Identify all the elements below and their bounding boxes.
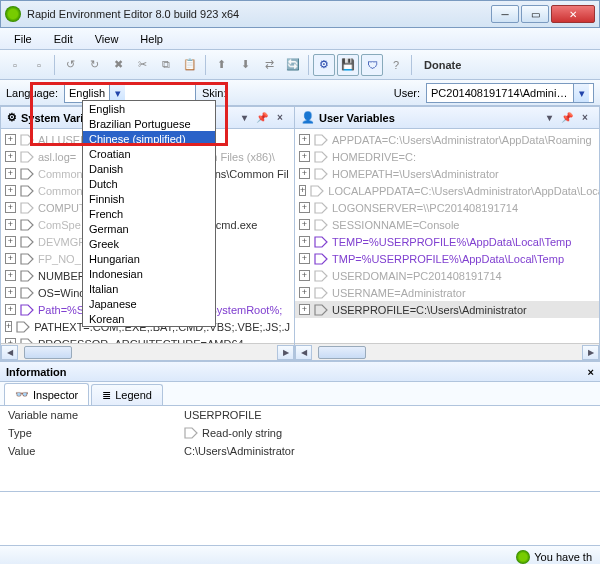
expand-icon[interactable]: + <box>299 168 310 179</box>
user-combo[interactable]: PC201408191714\Administrator ▾ <box>426 83 594 103</box>
tree-node[interactable]: +USERNAME=Administrator <box>295 284 599 301</box>
expand-icon[interactable]: + <box>299 236 310 247</box>
expand-icon[interactable]: + <box>5 253 16 264</box>
dropdown-item[interactable]: Italian <box>83 281 215 296</box>
dropdown-item[interactable]: Greek <box>83 236 215 251</box>
panel-pin-icon[interactable]: 📌 <box>254 110 270 126</box>
tool-btn-10[interactable]: ⬇ <box>234 54 256 76</box>
info-row: ValueC:\Users\Administrator <box>0 442 600 460</box>
expand-icon[interactable]: + <box>299 202 310 213</box>
tree-node[interactable]: +LOCALAPPDATA=C:\Users\Administrator\App… <box>295 182 599 199</box>
expand-icon[interactable]: + <box>5 134 16 145</box>
close-button[interactable]: ✕ <box>551 5 595 23</box>
dropdown-item[interactable]: German <box>83 221 215 236</box>
chevron-down-icon[interactable]: ▾ <box>573 84 589 102</box>
tree-node[interactable]: +TMP=%USERPROFILE%\AppData\Local\Temp <box>295 250 599 267</box>
dropdown-item[interactable]: Croatian <box>83 146 215 161</box>
tree-node[interactable]: +HOMEDRIVE=C: <box>295 148 599 165</box>
user-vars-title: User Variables <box>319 112 395 124</box>
tool-btn-9[interactable]: ⬆ <box>210 54 232 76</box>
panel-close-icon[interactable]: × <box>272 110 288 126</box>
expand-icon[interactable]: + <box>299 253 310 264</box>
tool-copy[interactable]: ⧉ <box>155 54 177 76</box>
dropdown-item[interactable]: Korean <box>83 311 215 326</box>
menu-edit[interactable]: Edit <box>44 31 83 47</box>
dropdown-item[interactable]: Chinese (simplified) <box>83 131 215 146</box>
expand-icon[interactable]: + <box>5 287 16 298</box>
panel-close-icon[interactable]: × <box>577 110 593 126</box>
dropdown-item[interactable]: Japanese <box>83 296 215 311</box>
tool-gear[interactable]: ⚙ <box>313 54 335 76</box>
dropdown-item[interactable]: English <box>83 101 215 116</box>
user-variables-panel: 👤 User Variables ▾ 📌 × +APPDATA=C:\Users… <box>294 106 600 361</box>
tab-legend[interactable]: ≣Legend <box>91 384 163 405</box>
info-value: Read-only string <box>184 427 282 439</box>
expand-icon[interactable]: + <box>5 321 12 332</box>
expand-icon[interactable]: + <box>299 304 310 315</box>
expand-icon[interactable]: + <box>299 185 306 196</box>
expand-icon[interactable]: + <box>299 287 310 298</box>
expand-icon[interactable]: + <box>299 219 310 230</box>
expand-icon[interactable]: + <box>5 151 16 162</box>
expand-icon[interactable]: + <box>5 338 16 343</box>
info-row: Variable nameUSERPROFILE <box>0 406 600 424</box>
toolbar: ▫ ▫ ↺ ↻ ✖ ✂ ⧉ 📋 ⬆ ⬇ ⇄ 🔄 ⚙ 💾 🛡 ? Donate <box>0 50 600 80</box>
language-dropdown-list[interactable]: EnglishBrazilian PortugueseChinese (simp… <box>82 100 216 327</box>
menu-view[interactable]: View <box>85 31 129 47</box>
panel-menu-icon[interactable]: ▾ <box>541 110 557 126</box>
tool-shield[interactable]: 🛡 <box>361 54 383 76</box>
tool-btn-1[interactable]: ▫ <box>4 54 26 76</box>
expand-icon[interactable]: + <box>5 168 16 179</box>
h-scrollbar-right[interactable]: ◀▶ <box>295 343 599 360</box>
dropdown-item[interactable]: Brazilian Portuguese <box>83 116 215 131</box>
dropdown-item[interactable]: Indonesian <box>83 266 215 281</box>
chevron-down-icon[interactable]: ▾ <box>109 84 125 102</box>
dropdown-item[interactable]: Hungarian <box>83 251 215 266</box>
tree-node[interactable]: +HOMEPATH=\Users\Administrator <box>295 165 599 182</box>
info-close-icon[interactable]: × <box>588 366 594 378</box>
tool-cut[interactable]: ✂ <box>131 54 153 76</box>
menu-help[interactable]: Help <box>130 31 173 47</box>
expand-icon[interactable]: + <box>5 219 16 230</box>
expand-icon[interactable]: + <box>299 151 310 162</box>
panel-menu-icon[interactable]: ▾ <box>236 110 252 126</box>
tool-btn-2[interactable]: ▫ <box>28 54 50 76</box>
tool-btn-11[interactable]: ⇄ <box>258 54 280 76</box>
dropdown-item[interactable]: Danish <box>83 161 215 176</box>
tree-node[interactable]: +USERPROFILE=C:\Users\Administrator <box>295 301 599 318</box>
expand-icon[interactable]: + <box>299 270 310 281</box>
expand-icon[interactable]: + <box>299 134 310 145</box>
tree-node[interactable]: +TEMP=%USERPROFILE%\AppData\Local\Temp <box>295 233 599 250</box>
log-area <box>0 492 600 546</box>
status-dot-icon <box>516 550 530 564</box>
expand-icon[interactable]: + <box>5 202 16 213</box>
dropdown-item[interactable]: Finnish <box>83 191 215 206</box>
minimize-button[interactable]: ─ <box>491 5 519 23</box>
tree-node[interactable]: +APPDATA=C:\Users\Administrator\AppData\… <box>295 131 599 148</box>
panel-pin-icon[interactable]: 📌 <box>559 110 575 126</box>
tree-node[interactable]: +SESSIONNAME=Console <box>295 216 599 233</box>
tree-node[interactable]: +PROCESSOR_ARCHITECTURE=AMD64 <box>1 335 294 343</box>
tree-node[interactable]: +USERDOMAIN=PC201408191714 <box>295 267 599 284</box>
tool-btn-4[interactable]: ↻ <box>83 54 105 76</box>
expand-icon[interactable]: + <box>5 270 16 281</box>
menu-file[interactable]: File <box>4 31 42 47</box>
tool-delete[interactable]: ✖ <box>107 54 129 76</box>
maximize-button[interactable]: ▭ <box>521 5 549 23</box>
user-vars-tree[interactable]: +APPDATA=C:\Users\Administrator\AppData\… <box>295 129 599 343</box>
donate-button[interactable]: Donate <box>416 57 469 73</box>
dropdown-item[interactable]: French <box>83 206 215 221</box>
tool-btn-3[interactable]: ↺ <box>59 54 81 76</box>
expand-icon[interactable]: + <box>5 304 16 315</box>
tool-refresh[interactable]: 🔄 <box>282 54 304 76</box>
tool-paste[interactable]: 📋 <box>179 54 201 76</box>
tool-save[interactable]: 💾 <box>337 54 359 76</box>
expand-icon[interactable]: + <box>5 185 16 196</box>
tool-help[interactable]: ? <box>385 54 407 76</box>
tab-inspector[interactable]: 👓Inspector <box>4 383 89 405</box>
tree-node[interactable]: +LOGONSERVER=\\PC201408191714 <box>295 199 599 216</box>
language-value: English <box>69 87 105 99</box>
dropdown-item[interactable]: Dutch <box>83 176 215 191</box>
expand-icon[interactable]: + <box>5 236 16 247</box>
h-scrollbar-left[interactable]: ◀▶ <box>1 343 294 360</box>
